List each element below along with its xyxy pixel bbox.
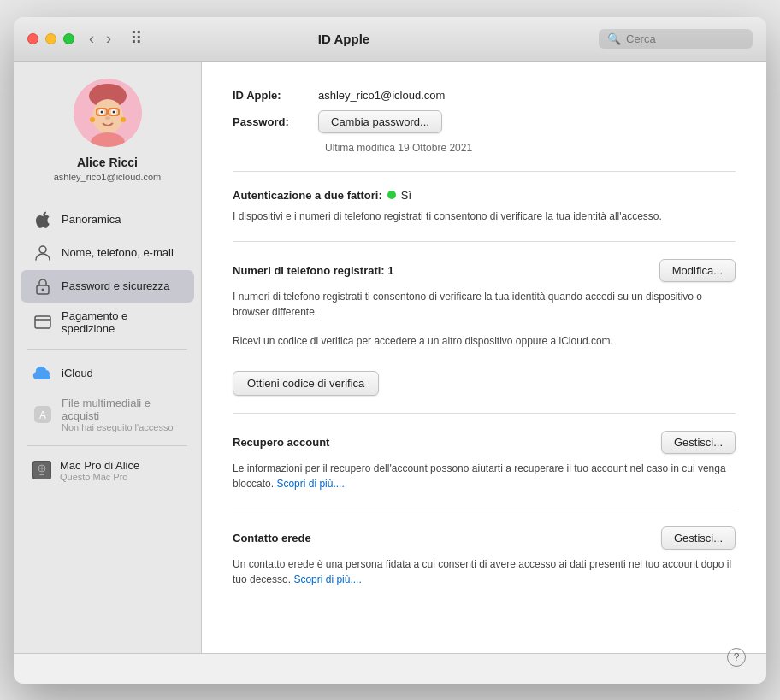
sidebar-item-password[interactable]: Password e sicurezza [21,270,194,303]
search-input[interactable] [626,32,744,45]
svg-point-12 [121,117,126,122]
appstore-icon: A [32,404,53,425]
divider-4 [233,509,736,509]
phone-description: I numeri di telefono registrati ti conse… [233,289,736,320]
legacy-title: Contatto erede [233,532,311,544]
sidebar: Alice Ricci ashley_rico1@icloud.com Pano… [14,62,202,653]
user-email: ashley_rico1@icloud.com [54,172,162,182]
sidebar-icloud-label: iCloud [62,367,93,379]
person-icon [32,243,53,263]
user-name: Alice Ricci [77,156,138,169]
search-bar[interactable]: 🔍 [599,29,753,49]
macpro-icon [32,461,51,479]
svg-point-6 [112,110,115,113]
password-label: Password: [233,115,318,128]
sidebar-panoramica-label: Panoramica [62,213,121,226]
recovery-description: Le informazioni per il recupero dell'acc… [233,461,736,491]
sidebar-password-label: Password e sicurezza [62,279,169,292]
phone-numbers-title: Numeri di telefono registrati: 1 [233,264,394,277]
apple-icon [32,209,53,230]
main-content: Alice Ricci ashley_rico1@icloud.com Pano… [14,62,766,653]
svg-rect-25 [39,474,44,475]
apple-id-row: ID Apple: ashley_rico1@icloud.com [233,89,736,102]
divider-1 [233,171,736,172]
recovery-manage-button[interactable]: Gestisci... [661,431,736,454]
sidebar-divider-2 [27,445,187,446]
icloud-icon [32,363,53,384]
files-main-label: File multimediali e acquisti [62,397,182,422]
avatar [74,79,142,147]
divider-3 [233,413,736,414]
svg-point-14 [39,246,46,253]
password-row: Password: Cambia password... [233,110,736,133]
sidebar-item-nome[interactable]: Nome, telefono, e-mail [21,237,194,269]
svg-text:A: A [39,409,46,421]
legacy-description: Un contatto erede è una persona fidata a… [233,556,736,587]
two-factor-description: I dispositivi e i numeri di telefono reg… [233,209,736,224]
phone-header-row: Numeri di telefono registrati: 1 Modific… [233,259,736,282]
sidebar-pagamento-label: Pagamento e spedizione [62,309,182,335]
window-title: ID Apple [89,32,599,46]
recovery-title: Recupero account [233,436,329,449]
legacy-learn-more-link[interactable]: Scopri di più.... [293,574,361,585]
minimize-button[interactable] [45,33,56,44]
sidebar-divider-1 [27,349,187,350]
bottom-bar: ? [14,653,766,684]
svg-point-5 [100,110,103,113]
edit-phone-button[interactable]: Modifica... [659,259,736,282]
sidebar-item-mac[interactable]: Mac Pro di Alice Questo Mac Pro [21,454,194,487]
svg-point-10 [105,116,110,120]
legacy-header-row: Contatto erede Gestisci... [233,526,736,550]
legacy-manage-button[interactable]: Gestisci... [661,526,736,550]
svg-point-16 [42,288,44,291]
sidebar-nav-section: Panoramica Nome, telefono, e-mail [14,203,201,342]
get-code-button[interactable]: Ottieni codice di verifica [233,371,379,396]
sidebar-nome-label: Nome, telefono, e-mail [62,246,174,259]
recovery-header-row: Recupero account Gestisci... [233,431,736,454]
sidebar-item-panoramica[interactable]: Panoramica [21,203,194,236]
two-factor-status: Sì [401,189,411,202]
user-profile: Alice Ricci ashley_rico1@icloud.com [14,79,201,199]
card-icon [32,312,53,332]
search-icon: 🔍 [607,32,621,45]
close-button[interactable] [27,33,38,44]
mac-main-label: Mac Pro di Alice [60,459,139,472]
files-sub-label: Non hai eseguito l'accesso [62,422,182,432]
help-button[interactable]: ? [727,648,746,667]
recovery-learn-more-link[interactable]: Scopri di più.... [276,478,344,490]
last-modified-text: Ultima modifica 19 Ottobre 2021 [325,142,736,154]
two-factor-label: Autenticazione a due fattori: [233,189,382,202]
traffic-lights [27,33,74,44]
sidebar-item-icloud[interactable]: iCloud [21,357,194,390]
detail-panel: ID Apple: ashley_rico1@icloud.com Passwo… [202,62,766,653]
divider-2 [233,241,736,242]
green-dot-icon [387,191,396,199]
svg-rect-17 [35,316,50,328]
mac-sub-label: Questo Mac Pro [60,472,139,482]
maximize-button[interactable] [63,33,74,44]
title-bar: ‹ › ⠿ ID Apple 🔍 [14,17,766,62]
two-factor-row: Autenticazione a due fattori: Sì [233,189,736,202]
apple-id-value: ashley_rico1@icloud.com [318,89,445,102]
svg-point-11 [90,117,95,122]
sidebar-item-files[interactable]: A File multimediali e acquisti Non hai e… [21,391,194,438]
apple-id-label: ID Apple: [233,89,318,102]
change-password-button[interactable]: Cambia password... [318,110,442,133]
sidebar-item-pagamento[interactable]: Pagamento e spedizione [21,303,194,341]
verification-note: Ricevi un codice di verifica per acceder… [233,333,736,349]
lock-icon [32,276,53,297]
